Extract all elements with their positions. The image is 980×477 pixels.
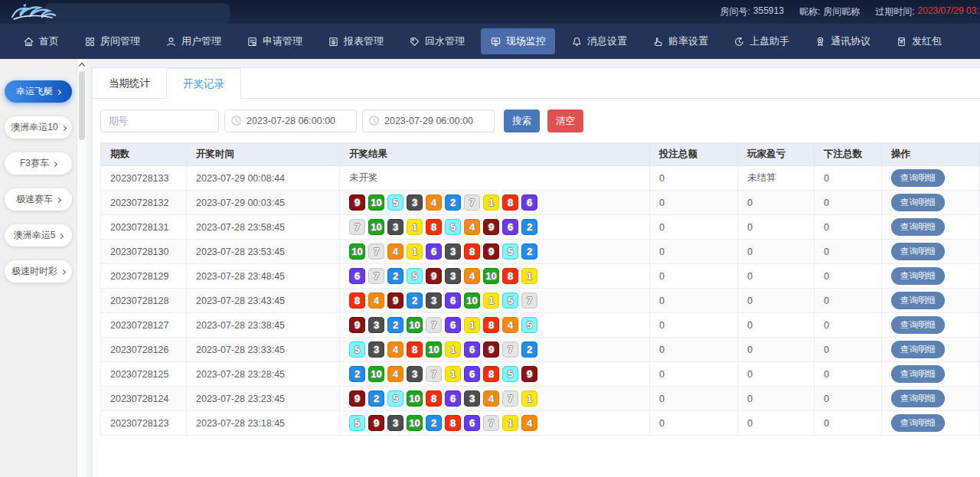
- nav-item-首页[interactable]: 首页: [14, 28, 68, 54]
- bet-total-cell: 0: [650, 215, 738, 240]
- column-header-开奖结果: 开奖结果: [340, 143, 650, 166]
- nav-item-label: 消息设置: [587, 34, 627, 48]
- bet-total-cell: 0: [650, 240, 738, 264]
- sidebar-item-label: 极速时时彩: [11, 265, 57, 278]
- query-detail-button[interactable]: 查询明细: [891, 194, 945, 211]
- sidebar-item-幸运飞艇[interactable]: 幸运飞艇: [5, 80, 72, 103]
- issue-cell: 20230728124: [101, 387, 187, 411]
- nav-item-用户管理[interactable]: 用户管理: [156, 28, 230, 54]
- query-detail-button[interactable]: 查询明细: [891, 243, 945, 260]
- result-ball-5: 5: [502, 366, 518, 382]
- nav-item-报表管理[interactable]: 报表管理: [318, 28, 393, 54]
- nav-item-消息设置[interactable]: 消息设置: [562, 28, 636, 54]
- sidebar-item-极速时时彩[interactable]: 极速时时彩: [5, 260, 72, 283]
- result-ball-9: 9: [426, 268, 442, 284]
- result-ball-4: 4: [426, 194, 442, 211]
- draw-result-cell: 53481016972: [340, 338, 650, 362]
- result-ball-5: 5: [502, 292, 518, 309]
- result-ball-5: 5: [407, 268, 423, 284]
- badge-icon: [815, 36, 826, 47]
- date-to-input[interactable]: [362, 109, 495, 132]
- query-detail-button[interactable]: 查询明细: [891, 341, 945, 358]
- result-ball-4: 4: [521, 415, 537, 431]
- sidebar-item-label: 澳洲幸运5: [14, 229, 56, 242]
- clear-button[interactable]: 清空: [547, 109, 583, 132]
- player-profit-cell: 0: [738, 338, 815, 362]
- player-profit-cell: 0: [738, 215, 815, 240]
- nav-item-现场监控[interactable]: 现场监控: [481, 28, 555, 54]
- nav-item-房间管理[interactable]: 房间管理: [75, 28, 149, 54]
- action-cell: 查询明细: [882, 191, 980, 215]
- scroll-up-icon[interactable]: [79, 63, 85, 69]
- draw-records-table: 期数开奖时间开奖结果投注总额玩家盈亏下注总数操作 202307281332023…: [100, 142, 980, 436]
- search-button[interactable]: 搜索: [504, 109, 540, 132]
- bet-count-cell: 0: [815, 289, 882, 313]
- draw-result-cell: 91053427186: [340, 191, 650, 215]
- result-ball-8: 8: [445, 415, 461, 431]
- column-header-下注总数: 下注总数: [815, 143, 882, 166]
- sidebar-item-澳洲幸运5[interactable]: 澳洲幸运5: [5, 224, 72, 247]
- sidebar-item-label: F3赛车: [20, 157, 49, 170]
- nav-item-发红包[interactable]: 发红包: [887, 28, 951, 54]
- player-profit-cell: 0: [738, 240, 815, 264]
- tab-开奖记录[interactable]: 开奖记录: [166, 68, 241, 99]
- draw-time-cell: 2023-07-28 23:48:45: [187, 264, 340, 289]
- action-cell: 查询明细: [882, 215, 980, 240]
- result-ball-6: 6: [464, 341, 480, 358]
- result-ball-9: 9: [368, 415, 384, 431]
- issue-cell: 20230728131: [101, 215, 187, 240]
- nav-item-label: 用户管理: [181, 34, 221, 48]
- result-ball-7: 7: [521, 292, 537, 309]
- query-detail-button[interactable]: 查询明细: [891, 316, 945, 334]
- date-from-input[interactable]: [224, 109, 357, 132]
- query-detail-button[interactable]: 查询明细: [891, 169, 945, 187]
- query-detail-button[interactable]: 查询明细: [891, 218, 945, 236]
- scrollbar-thumb[interactable]: [79, 71, 85, 140]
- result-ball-4: 4: [387, 341, 403, 358]
- column-header-期数: 期数: [101, 143, 187, 166]
- result-ball-1: 1: [464, 317, 480, 333]
- query-detail-button[interactable]: 查询明细: [891, 390, 945, 407]
- nav-item-赔率设置[interactable]: 赔率设置: [643, 28, 717, 54]
- bet-total-cell: 0: [650, 313, 738, 338]
- result-ball-1: 1: [521, 390, 537, 407]
- result-ball-5: 5: [521, 317, 537, 333]
- result-ball-4: 4: [368, 292, 384, 309]
- table-row: 202307281272023-07-28 23:38:459321076184…: [101, 313, 980, 338]
- result-ball-7: 7: [502, 390, 518, 407]
- nav-item-回水管理[interactable]: 回水管理: [400, 28, 474, 54]
- issue-cell: 20230728125: [101, 362, 187, 387]
- nav-item-label: 上盘助手: [750, 34, 789, 48]
- result-ball-6: 6: [349, 268, 365, 284]
- table-row: 202307281322023-07-29 00:03:459105342718…: [101, 191, 980, 215]
- tag-icon: [409, 36, 420, 47]
- query-detail-button[interactable]: 查询明细: [891, 365, 945, 383]
- result-ball-8: 8: [483, 317, 499, 333]
- nav-item-上盘助手[interactable]: 上盘助手: [724, 28, 799, 54]
- issue-input[interactable]: [100, 109, 219, 132]
- query-detail-button[interactable]: 查询明细: [891, 292, 945, 309]
- result-ball-5: 5: [387, 194, 403, 211]
- query-detail-button[interactable]: 查询明细: [891, 414, 945, 432]
- query-detail-button[interactable]: 查询明细: [891, 267, 945, 285]
- nav-item-label: 申请管理: [263, 34, 302, 48]
- result-ball-8: 8: [426, 219, 442, 235]
- nav-item-通讯协议[interactable]: 通讯协议: [805, 28, 880, 54]
- result-ball-2: 2: [387, 268, 403, 284]
- result-ball-5: 5: [502, 243, 518, 260]
- content-card: 当期统计开奖记录 搜索 清空: [92, 67, 980, 477]
- sidebar-item-F3赛车[interactable]: F3赛车: [5, 152, 72, 175]
- result-ball-10: 10: [368, 366, 384, 382]
- room-number-label: 房间号:: [720, 5, 750, 18]
- nav-item-label: 通讯协议: [831, 34, 871, 48]
- draw-result-cell: 59310286714: [340, 411, 650, 436]
- sidebar-item-极速赛车[interactable]: 极速赛车: [5, 188, 72, 211]
- result-ball-10: 10: [464, 292, 480, 309]
- sidebar-item-澳洲幸运10[interactable]: 澳洲幸运10: [5, 116, 72, 139]
- result-ball-2: 2: [521, 341, 537, 358]
- tab-当期统计[interactable]: 当期统计: [93, 68, 166, 98]
- sidebar-item-label: 极速赛车: [16, 193, 53, 206]
- sidebar-scrollbar[interactable]: [77, 59, 87, 477]
- result-ball-1: 1: [483, 292, 499, 309]
- nav-item-申请管理[interactable]: 申请管理: [237, 28, 312, 54]
